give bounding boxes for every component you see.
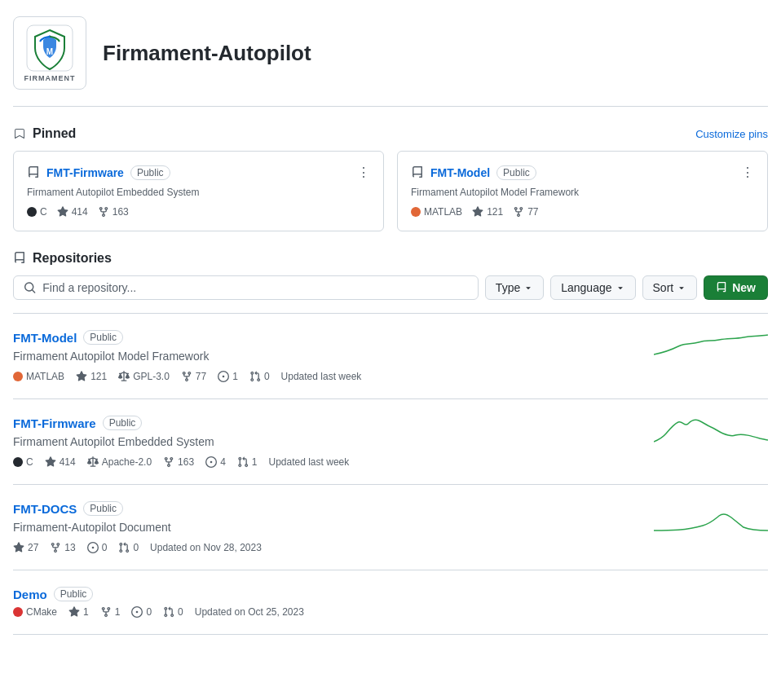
repo-item-1-stars: 414 <box>45 456 76 468</box>
repo-item-0-stats: MATLAB 121 GPL-3.0 77 <box>13 371 638 382</box>
bookmark-icon <box>13 127 26 140</box>
repo-item-0-stars: 121 <box>76 371 107 382</box>
pinned-card-0-stars: 414 <box>57 206 88 218</box>
org-header: M FIRMAMENT Firmament-Autopilot <box>13 16 768 107</box>
repo-item-0-updated: Updated last week <box>281 371 362 382</box>
fork-icon-r3 <box>100 606 112 618</box>
pinned-grid: FMT-Firmware Public ⋮ Firmament Autopilo… <box>13 151 768 231</box>
issue-icon-r0 <box>218 371 229 382</box>
issue-icon-r3 <box>131 606 143 618</box>
pinned-section-header: Pinned Customize pins <box>13 126 768 141</box>
repo-item-0-title: FMT-Model Public <box>13 330 638 345</box>
star-icon-p0 <box>57 206 68 218</box>
star-icon-r1 <box>45 456 56 468</box>
repo-item-1-link[interactable]: FMT-Firmware <box>13 416 96 430</box>
svg-text:M: M <box>46 47 53 56</box>
type-filter-button[interactable]: Type <box>485 275 544 300</box>
pinned-card-1-header: FMT-Model Public ⋮ <box>411 165 754 180</box>
star-icon-p1 <box>472 206 483 218</box>
org-name: Firmament-Autopilot <box>103 41 311 66</box>
star-icon-r2 <box>13 542 24 553</box>
pinned-card-1-lang: MATLAB <box>411 206 462 218</box>
fork-icon-p1 <box>513 206 524 218</box>
search-box[interactable] <box>13 275 479 300</box>
repositories-title: Repositories <box>13 251 112 266</box>
pinned-card-1-forks: 77 <box>513 206 538 218</box>
pinned-card-1-more[interactable]: ⋮ <box>741 165 754 180</box>
repo-item-3-title: Demo Public <box>13 587 638 601</box>
pinned-card-1-title: FMT-Model Public <box>411 165 536 180</box>
pinned-card-0-stats: C 414 163 <box>27 206 370 218</box>
star-icon-r3 <box>68 606 80 618</box>
repo-item-0-lang: MATLAB <box>13 371 64 382</box>
law-icon-r1 <box>87 456 99 468</box>
search-input[interactable] <box>42 281 468 294</box>
repo-item-0-prs: 0 <box>249 371 270 382</box>
pinned-card-1-desc: Firmament Autopilot Model Framework <box>411 187 754 198</box>
repo-item-3-link[interactable]: Demo <box>13 588 47 601</box>
repo-item-0-badge: Public <box>83 330 123 345</box>
law-icon-r0 <box>118 371 130 382</box>
repo-item-1-updated: Updated last week <box>269 456 350 468</box>
repo-item-2-issues: 0 <box>87 542 108 553</box>
star-icon-r0 <box>76 371 87 382</box>
chevron-down-icon-lang <box>616 283 625 293</box>
repo-item-1-lang: C <box>13 456 33 468</box>
repo-item-0-desc: Firmament Autopilot Model Framework <box>13 350 638 363</box>
repo-item-1-title: FMT-Firmware Public <box>13 416 638 430</box>
sort-filter-button[interactable]: Sort <box>642 275 698 300</box>
pinned-card-0-more[interactable]: ⋮ <box>357 165 370 180</box>
repo-item-2-link[interactable]: FMT-DOCS <box>13 502 77 516</box>
pr-icon-r1 <box>237 456 249 468</box>
issue-icon-r1 <box>205 456 217 468</box>
chevron-down-icon-type <box>523 283 533 293</box>
lang-dot-r0 <box>13 372 23 381</box>
pinned-card-0-lang: C <box>27 206 47 218</box>
pinned-card-1: FMT-Model Public ⋮ Firmament Autopilot M… <box>397 151 768 231</box>
repo-item-0-license: GPL-3.0 <box>118 371 170 382</box>
pinned-card-0-badge: Public <box>130 165 170 180</box>
fork-icon-r2 <box>50 542 61 553</box>
repositories-section: Repositories Type Language Sort <box>13 251 768 635</box>
repo-item-2-stars: 27 <box>13 542 38 553</box>
repo-item-2-badge: Public <box>83 501 123 516</box>
repo-item-0-right <box>638 330 768 363</box>
repo-item-0-left: FMT-Model Public Firmament Autopilot Mod… <box>13 330 638 382</box>
pr-icon-r0 <box>249 371 261 382</box>
repo-item-1-stats: C 414 Apache-2.0 163 <box>13 456 638 468</box>
repo-item-0-link[interactable]: FMT-Model <box>13 331 77 345</box>
repo-item-1-badge: Public <box>103 416 143 430</box>
pinned-card-0-forks: 163 <box>98 206 129 218</box>
new-repo-icon <box>716 282 727 293</box>
pinned-card-1-link[interactable]: FMT-Model <box>430 166 490 179</box>
pr-icon-r2 <box>118 542 130 553</box>
repo-item-2-forks: 13 <box>50 542 75 553</box>
repositories-header: Repositories <box>13 251 768 266</box>
repo-item-2-title: FMT-DOCS Public <box>13 501 638 516</box>
fork-icon-r0 <box>181 371 192 382</box>
repo-item-3-updated: Updated on Oct 25, 2023 <box>195 606 304 618</box>
lang-dot-0 <box>27 207 37 217</box>
repo-item-0-issues: 1 <box>218 371 238 382</box>
sparkline-0 <box>654 330 768 363</box>
repo-item-3-prs: 0 <box>163 606 183 618</box>
repo-item-3-left: Demo Public CMake 1 <box>13 587 638 618</box>
repo-item-2-updated: Updated on Nov 28, 2023 <box>150 542 262 553</box>
pinned-card-0-link[interactable]: FMT-Firmware <box>46 166 124 179</box>
repo-item-2: FMT-DOCS Public Firmament-Autopilot Docu… <box>13 485 768 570</box>
repo-item-1-issues: 4 <box>205 456 226 468</box>
repo-item-1-license: Apache-2.0 <box>87 456 152 468</box>
repo-item-1-desc: Firmament Autopilot Embedded System <box>13 435 638 448</box>
pinned-card-0: FMT-Firmware Public ⋮ Firmament Autopilo… <box>13 151 384 231</box>
pinned-card-1-stars: 121 <box>472 206 503 218</box>
repo-item-1-left: FMT-Firmware Public Firmament Autopilot … <box>13 416 638 468</box>
repo-list: FMT-Model Public Firmament Autopilot Mod… <box>13 313 768 635</box>
pinned-card-0-desc: Firmament Autopilot Embedded System <box>27 187 370 198</box>
language-filter-button[interactable]: Language <box>550 275 635 300</box>
lang-dot-r1 <box>13 457 23 467</box>
repo-item-2-desc: Firmament-Autopilot Document <box>13 521 638 534</box>
repo-item-1-forks: 163 <box>163 456 194 468</box>
org-logo-label: FIRMAMENT <box>24 74 76 82</box>
new-repo-button[interactable]: New <box>704 275 768 300</box>
customize-pins-link[interactable]: Customize pins <box>695 128 768 140</box>
